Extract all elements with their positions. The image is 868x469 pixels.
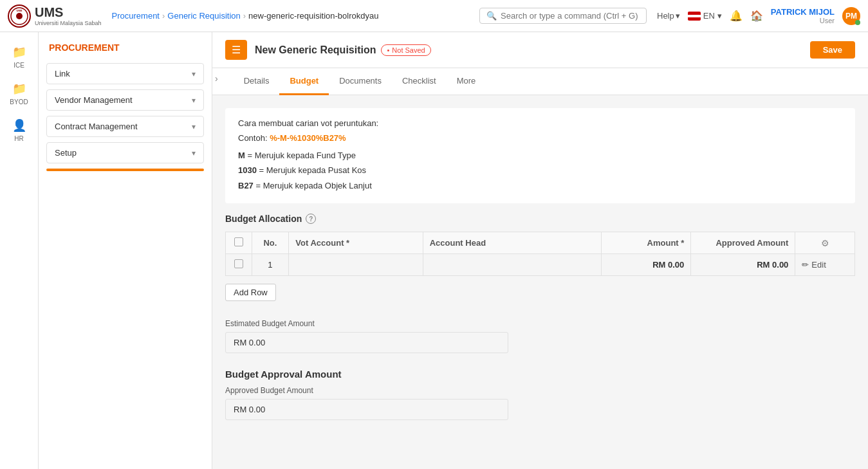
avatar[interactable]: PM xyxy=(842,7,860,25)
online-indicator xyxy=(855,20,860,25)
table-settings-button[interactable]: ⚙ xyxy=(821,238,829,248)
sidebar-item-label: ICE xyxy=(14,62,24,69)
vot-account-input[interactable] xyxy=(295,260,416,270)
search-icon: 🔍 xyxy=(486,11,497,21)
save-button[interactable]: Save xyxy=(810,41,855,59)
pencil-icon: ✏ xyxy=(802,260,809,270)
estimated-budget-label: Estimated Budget Amount xyxy=(225,319,855,328)
col-no-header: No. xyxy=(252,232,289,254)
legend-item-b27: B27 = Merujuk kepada Objek Lanjut xyxy=(238,178,842,193)
sidebar-active-bar xyxy=(46,169,204,171)
sidebar-item-label: Contract Management xyxy=(55,122,138,131)
logo-area: UMS UMS Universiti Malaysia Sabah xyxy=(8,5,102,28)
chevron-down-icon: ▾ xyxy=(676,11,680,21)
breadcrumb-current: new-generic-requisition-bolrokdyau xyxy=(248,11,378,21)
budget-content: Cara membuat carian vot peruntukan: Cont… xyxy=(212,95,868,433)
estimated-budget-section: Estimated Budget Amount RM 0.00 xyxy=(225,319,855,353)
sidebar-item-label: HR xyxy=(14,135,23,142)
budget-table: No. Vot Account * Account Head Amount * xyxy=(225,232,855,276)
account-head-input[interactable] xyxy=(430,260,595,270)
sidebar-item-vendor-management[interactable]: Vendor Management ▾ xyxy=(46,89,204,111)
search-input[interactable] xyxy=(501,11,640,21)
not-saved-badge: • Not Saved xyxy=(381,44,430,56)
col-action-header: ⚙ xyxy=(795,232,855,254)
sidebar-item-setup[interactable]: Setup ▾ xyxy=(46,142,204,163)
notification-icon[interactable]: 🔔 xyxy=(730,10,743,22)
chevron-down-icon: ▾ xyxy=(192,149,196,158)
row-approved-amount-cell: RM 0.00 xyxy=(691,254,795,276)
sidebar-item-label: Link xyxy=(55,69,70,78)
info-example: Contoh: %-M-%1030%B27% xyxy=(238,133,842,143)
breadcrumb-generic-req[interactable]: Generic Requisition xyxy=(167,11,240,21)
tab-documents[interactable]: Documents xyxy=(329,68,392,95)
sidebar-item-link[interactable]: Link ▾ xyxy=(46,63,204,84)
select-all-checkbox[interactable] xyxy=(234,237,243,246)
help-button[interactable]: Help ▾ xyxy=(657,11,680,21)
sidebar-item-label: BYOD xyxy=(10,98,28,106)
example-prefix: Contoh: xyxy=(238,133,270,143)
app-layout: 📁 ICE 📁 BYOD 👤 HR PROCUREMENT Link ▾ Ven… xyxy=(0,32,868,469)
tab-checklist[interactable]: Checklist xyxy=(392,68,447,95)
chevron-down-icon: ▾ xyxy=(192,96,196,105)
row-no-cell: 1 xyxy=(252,254,289,276)
main-content: ☰ New Generic Requisition • Not Saved Sa… xyxy=(212,32,868,469)
approved-budget-label: Approved Budget Amount xyxy=(225,386,855,395)
col-amount-header: Amount * xyxy=(602,232,691,254)
brand-subtitle: Universiti Malaysia Sabah xyxy=(35,20,102,26)
info-box: Cara membuat carian vot peruntukan: Cont… xyxy=(225,108,855,203)
row-action-cell: ✏ Edit xyxy=(795,254,855,276)
chevron-down-icon: ▾ xyxy=(717,11,722,21)
col-approved-header: Approved Amount xyxy=(691,232,795,254)
navbar: UMS UMS Universiti Malaysia Sabah Procur… xyxy=(0,0,868,32)
legend-item-m: M = Merujuk kepada Fund Type xyxy=(238,148,842,163)
sidebar-item-ice[interactable]: 📁 ICE xyxy=(0,40,38,74)
col-checkbox-header xyxy=(226,232,252,254)
approved-budget-value: RM 0.00 xyxy=(225,399,508,420)
sidebar-title: PROCUREMENT xyxy=(46,42,204,53)
tab-budget[interactable]: Budget xyxy=(279,68,329,95)
legend-item-1030: 1030 = Merujuk kepada Pusat Kos xyxy=(238,163,842,178)
estimated-budget-value: RM 0.00 xyxy=(225,332,508,353)
col-vot-header: Vot Account * xyxy=(289,232,423,254)
sidebar-item-hr[interactable]: 👤 HR xyxy=(0,113,38,147)
tab-more[interactable]: More xyxy=(447,68,486,95)
search-bar: 🔍 xyxy=(479,8,647,24)
svg-point-1 xyxy=(16,13,23,19)
chevron-down-icon: ▾ xyxy=(192,69,196,78)
add-row-button[interactable]: Add Row xyxy=(225,284,276,301)
budget-approval-section: Budget Approval Amount Approved Budget A… xyxy=(225,369,855,420)
edit-row-button[interactable]: ✏ Edit xyxy=(802,260,848,270)
logo-emblem: UMS xyxy=(8,5,31,28)
info-intro: Cara membuat carian vot peruntukan: xyxy=(238,118,842,128)
row-amount-cell: RM 0.00 xyxy=(602,254,691,276)
row-checkbox[interactable] xyxy=(234,259,243,268)
sidebar-item-contract-management[interactable]: Contract Management ▾ xyxy=(46,116,204,137)
language-selector[interactable]: EN ▾ xyxy=(688,11,722,21)
col-account-header: Account Head xyxy=(423,232,602,254)
menu-button[interactable]: ☰ xyxy=(225,40,247,60)
breadcrumb-procurement[interactable]: Procurement xyxy=(112,11,160,21)
brand-name: UMS xyxy=(35,5,102,20)
budget-allocation-title: Budget Allocation ? xyxy=(225,214,855,224)
icon-sidebar: 📁 ICE 📁 BYOD 👤 HR xyxy=(0,32,39,469)
folder-icon: 📁 xyxy=(12,45,26,59)
page-header: ☰ New Generic Requisition • Not Saved Sa… xyxy=(212,32,868,68)
collapse-sidebar-button[interactable]: › xyxy=(212,68,221,95)
tabs: Details Budget Documents Checklist More xyxy=(221,68,868,95)
page-title-section: New Generic Requisition • Not Saved xyxy=(255,44,431,56)
row-vot-cell[interactable] xyxy=(289,254,423,276)
tab-details[interactable]: Details xyxy=(234,68,280,95)
budget-allocation-section: Budget Allocation ? No. xyxy=(225,214,855,353)
left-sidebar: PROCUREMENT Link ▾ Vendor Management ▾ C… xyxy=(39,32,212,469)
help-icon[interactable]: ? xyxy=(306,214,316,224)
page-title: New Generic Requisition xyxy=(255,44,376,56)
breadcrumb: Procurement › Generic Requisition › new-… xyxy=(112,11,379,21)
person-icon: 👤 xyxy=(12,118,26,133)
home-icon[interactable]: 🏠 xyxy=(750,10,763,22)
folder-icon: 📁 xyxy=(12,82,26,96)
sidebar-item-label: Vendor Management xyxy=(55,95,133,105)
user-role: User xyxy=(771,17,835,24)
sidebar-item-byod[interactable]: 📁 BYOD xyxy=(0,77,38,111)
row-account-cell[interactable] xyxy=(423,254,602,276)
row-checkbox-cell xyxy=(226,254,252,276)
